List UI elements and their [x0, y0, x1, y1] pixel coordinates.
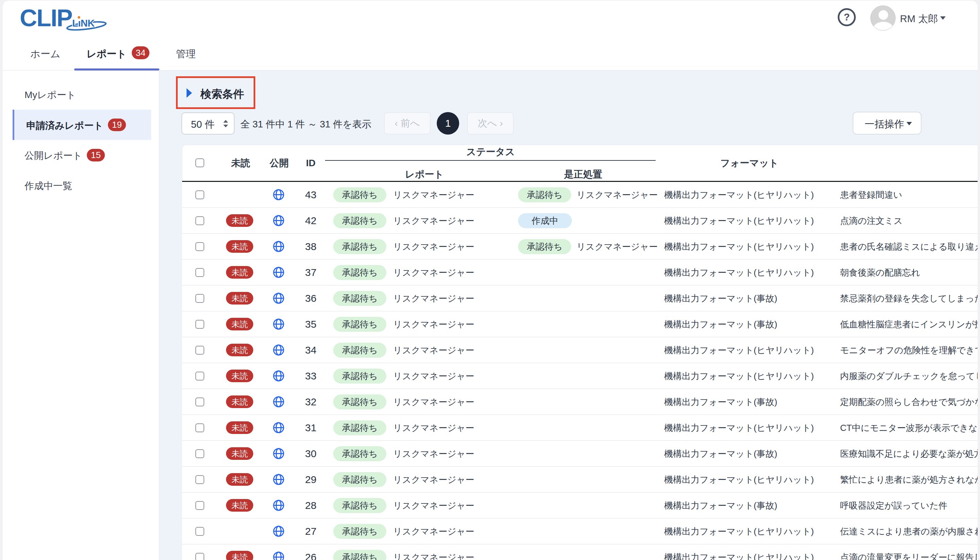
svg-text:LıNK: LıNK	[72, 18, 95, 28]
svg-text:CLIP: CLIP	[20, 5, 72, 31]
